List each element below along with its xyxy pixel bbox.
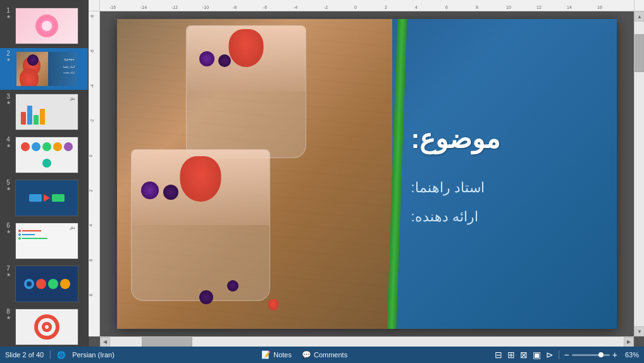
slide-item-4[interactable]: 4 ★ — [0, 134, 88, 176]
scroll-up-button[interactable]: ▲ — [635, 11, 644, 22]
thumb-1-bg — [16, 8, 78, 44]
content-row: -8 -6 -4 -2 0 2 4 6 8 — [89, 11, 644, 336]
cup-top — [186, 25, 306, 158]
slide-star-2: ★ — [6, 58, 11, 63]
comments-icon: 💬 — [302, 350, 311, 359]
slide-number-star-5: 5 ★ — [4, 180, 13, 192]
view-slide-icon[interactable]: ⊞ — [507, 350, 515, 360]
horizontal-scrollbar[interactable]: ◀ ▶ — [100, 336, 634, 347]
zoom-minus-button[interactable]: − — [564, 350, 569, 360]
slide-number-2: 2 — [6, 51, 10, 57]
slide-subtitle1: استاد راهنما: — [411, 180, 485, 196]
notes-icon: 📝 — [261, 350, 271, 359]
slide-number-star-4: 4 ★ — [4, 137, 13, 149]
scrollbar-thumb-right[interactable] — [635, 34, 644, 72]
slide-star-1: ★ — [6, 15, 11, 20]
slide-star-7: ★ — [6, 273, 11, 278]
slides-panel[interactable]: 1 ★ 2 ★ — [0, 0, 89, 347]
slide-subtitle2: ارائه دهنده: — [411, 209, 478, 225]
view-slideshow-icon[interactable]: ⊳ — [546, 350, 554, 360]
zoom-controls: − + 63% — [564, 350, 639, 360]
status-bar: Slide 2 of 40 🌐 Persian (Iran) 📝 Notes 💬… — [0, 347, 644, 363]
status-right: ⊟ ⊞ ⊠ ▣ ⊳ − + 63% — [495, 350, 639, 360]
status-center: 📝 Notes 💬 Comments — [261, 350, 347, 359]
notes-button[interactable]: 📝 Notes — [261, 350, 292, 359]
scroll-left-button[interactable]: ◀ — [100, 337, 110, 347]
horizontal-ruler: -16 -14 -12 -10 -8 -6 -4 -2 0 2 4 6 — [100, 0, 634, 11]
slide-canvas-area: موضوع: استاد راهنما: ارائه دهنده: — [100, 11, 634, 336]
slide-number-star-3: 3 ★ — [4, 94, 13, 106]
slide-number-6: 6 — [6, 223, 10, 229]
main-area: 1 ★ 2 ★ — [0, 0, 644, 347]
slide-title: موضوع: — [411, 123, 501, 154]
scrollbar-track-right[interactable] — [635, 22, 644, 326]
right-scrollbar[interactable]: ▲ ▼ — [634, 11, 644, 336]
slide-item-1[interactable]: 1 ★ — [0, 5, 88, 47]
status-left: Slide 2 of 40 🌐 Persian (Iran) — [5, 350, 115, 359]
corner-top-right — [634, 0, 644, 11]
slide-number-4: 4 — [6, 137, 10, 143]
slide-info: Slide 2 of 40 — [5, 351, 44, 359]
slide-star-5: ★ — [6, 187, 11, 192]
slide-number-3: 3 — [6, 94, 10, 100]
thumb-2-bg: موضوع: استاد راهنما: ارائه دهنده: — [16, 52, 77, 86]
strawberry-bottom — [180, 156, 221, 202]
slide-item-5[interactable]: 5 ★ — [0, 177, 88, 219]
slide-thumb-6: علل — [15, 223, 78, 259]
scroll-down-button[interactable]: ▼ — [635, 326, 644, 336]
slide-star-6: ★ — [6, 230, 11, 235]
slide-number-8: 8 — [6, 309, 10, 315]
comments-label: Comments — [314, 351, 347, 359]
thumb-1-flower — [35, 15, 58, 37]
zoom-plus-button[interactable]: + — [612, 350, 617, 360]
slide-thumb-8 — [15, 309, 78, 345]
slide-number-star-6: 6 ★ — [4, 223, 13, 235]
scrollbar-track-bottom[interactable] — [110, 337, 624, 347]
slide-thumb-3: علل — [15, 94, 78, 130]
slide-star-4: ★ — [6, 144, 11, 149]
slide-number-7: 7 — [6, 266, 10, 272]
scrollbar-thumb-bottom[interactable] — [142, 337, 192, 347]
zoom-slider[interactable] — [572, 354, 610, 356]
slide-number-star-7: 7 ★ — [4, 266, 13, 278]
strawberry-top — [228, 29, 263, 67]
slide-number-1: 1 — [6, 8, 10, 14]
scroll-right-button[interactable]: ▶ — [624, 337, 634, 347]
corner-box — [89, 0, 100, 11]
slide-thumb-5 — [15, 180, 78, 216]
slide-item-7[interactable]: 7 ★ — [0, 263, 88, 305]
ruler-top-row: -16 -14 -12 -10 -8 -6 -4 -2 0 2 4 6 — [89, 0, 644, 11]
slide-item-2[interactable]: 2 ★ موضوع: استاد راهنما: ارائه دهند — [0, 48, 88, 90]
slide-number-star-8: 8 ★ — [4, 309, 13, 321]
view-outline-icon[interactable]: ⊠ — [520, 350, 528, 360]
slide-number-star-1: 1 ★ — [4, 8, 13, 20]
cup-bottom — [131, 149, 270, 301]
slide-thumb-7 — [15, 266, 78, 302]
slide-number-star-2: 2 ★ — [4, 51, 13, 63]
slide-thumb-1 — [15, 8, 78, 44]
vertical-ruler: -8 -6 -4 -2 0 2 4 6 8 — [89, 11, 100, 336]
slide-star-8: ★ — [6, 316, 11, 321]
slide-item-3[interactable]: 3 ★ علل — [0, 91, 88, 133]
main-slide: موضوع: استاد راهنما: ارائه دهنده: — [117, 19, 617, 329]
slide-item-8[interactable]: 8 ★ — [0, 306, 88, 347]
comments-button[interactable]: 💬 Comments — [302, 350, 347, 359]
slide-item-6[interactable]: 6 ★ علل — [0, 220, 88, 262]
editor-area: -16 -14 -12 -10 -8 -6 -4 -2 0 2 4 6 — [89, 0, 644, 347]
zoom-slider-thumb[interactable] — [598, 352, 604, 357]
food-photo — [117, 19, 392, 329]
notes-label: Notes — [273, 351, 292, 359]
slide-star-3: ★ — [6, 101, 11, 106]
slide-thumb-4 — [15, 137, 78, 173]
language-icon: 🌐 — [57, 351, 66, 359]
view-normal-icon[interactable]: ⊟ — [495, 350, 502, 360]
zoom-level[interactable]: 63% — [620, 351, 639, 359]
slide-number-5: 5 — [6, 180, 10, 186]
slide-text-area: موضوع: استاد راهنما: ارائه دهنده: — [392, 19, 617, 329]
language-label: Persian (Iran) — [72, 351, 115, 359]
app-container: 1 ★ 2 ★ — [0, 0, 644, 363]
slide-thumb-2: موضوع: استاد راهنما: ارائه دهنده: — [15, 51, 78, 87]
view-reading-icon[interactable]: ▣ — [533, 350, 541, 360]
